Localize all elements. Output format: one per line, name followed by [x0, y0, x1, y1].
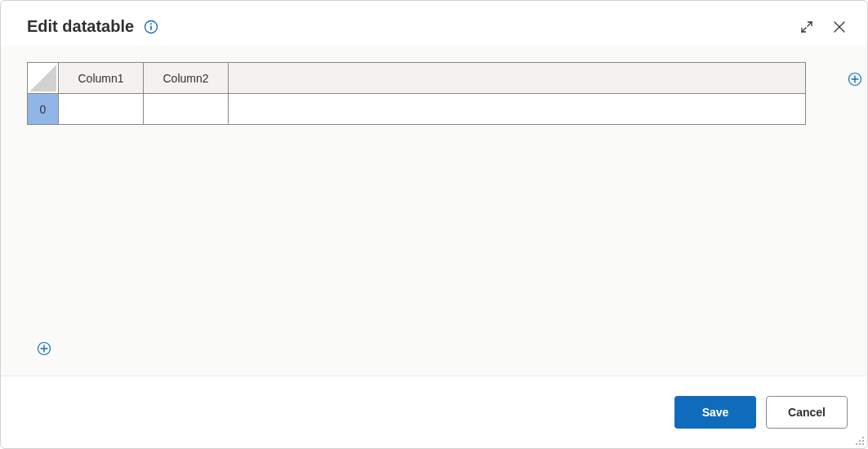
row-index-cell[interactable]: 0 — [28, 94, 59, 125]
expand-icon[interactable] — [799, 19, 815, 35]
svg-point-1 — [150, 23, 152, 24]
svg-point-8 — [856, 443, 857, 445]
svg-point-7 — [862, 440, 864, 442]
svg-point-5 — [862, 437, 864, 438]
dialog-footer: Save Cancel — [1, 376, 867, 448]
header-row: Column1 Column2 — [28, 63, 806, 94]
table-row: 0 — [28, 94, 806, 125]
edit-datatable-dialog: Edit datatable — [0, 0, 868, 449]
data-cell[interactable] — [144, 94, 229, 125]
svg-point-9 — [859, 443, 861, 445]
info-icon[interactable] — [144, 20, 158, 34]
svg-point-10 — [862, 443, 864, 445]
add-column-icon[interactable] — [848, 72, 862, 87]
data-cell[interactable] — [229, 94, 806, 125]
cancel-button[interactable]: Cancel — [766, 396, 848, 429]
column-header[interactable]: Column2 — [144, 63, 229, 94]
add-row-icon[interactable] — [37, 341, 51, 356]
header-actions — [799, 19, 848, 35]
close-icon[interactable] — [831, 19, 848, 35]
column-header-empty[interactable] — [229, 63, 806, 94]
dialog-header: Edit datatable — [1, 1, 867, 46]
select-all-corner[interactable] — [28, 63, 59, 94]
datatable-container: Column1 Column2 0 — [27, 62, 841, 125]
dialog-title: Edit datatable — [27, 17, 134, 36]
svg-point-6 — [859, 440, 861, 442]
data-cell[interactable] — [59, 94, 144, 125]
save-button[interactable]: Save — [674, 396, 756, 429]
datatable: Column1 Column2 0 — [27, 62, 806, 125]
resize-handle-icon[interactable] — [853, 434, 865, 446]
svg-rect-2 — [150, 25, 152, 30]
dialog-body: Column1 Column2 0 — [1, 46, 867, 376]
column-header[interactable]: Column1 — [59, 63, 144, 94]
